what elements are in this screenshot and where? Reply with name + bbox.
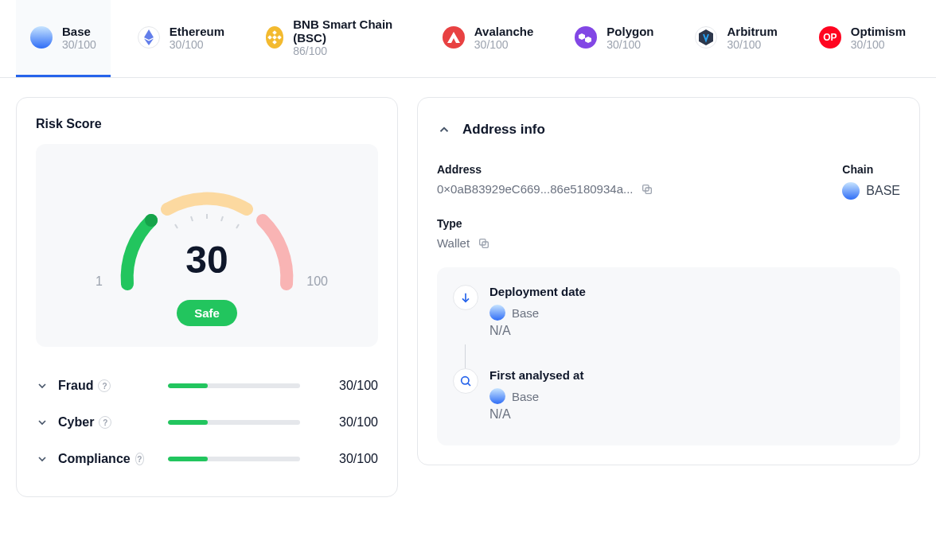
tab-name: Ethereum [170,25,224,38]
tab-score: 30/100 [170,38,224,51]
metric-name: Compliance ? [58,452,144,466]
svg-point-16 [462,377,469,384]
svg-line-8 [221,216,223,221]
type-label: Type [437,217,490,230]
tab-name: BNB Smart Chain (BSC) [293,18,401,45]
address-info-card: Address info Address 0×0aB83929eC669...8… [417,97,920,465]
tab-avalanche[interactable]: Avalanche30/100 [428,0,548,77]
svg-point-10 [145,214,158,227]
svg-line-6 [191,216,193,221]
timeline-card: Deployment dateBaseN/AFirst analysed atB… [437,267,900,445]
tab-score: 30/100 [62,38,96,51]
base-icon [30,26,53,49]
tab-score: 30/100 [727,38,777,51]
svg-line-17 [468,383,470,386]
svg-line-9 [236,224,239,228]
svg-rect-2 [267,35,272,40]
base-chain-icon [489,388,505,404]
gauge-min: 1 [96,274,103,289]
timeline-title: First analysed at [489,368,884,382]
chevron-up-icon [437,122,451,137]
metric-score: 30/100 [324,452,378,466]
tab-score: 30/100 [474,38,533,51]
metric-row-cyber[interactable]: Cyber ?30/100 [36,404,378,441]
chain-value: BASE [866,184,900,198]
arbitrum-icon [695,26,717,49]
gauge-max: 100 [306,274,328,289]
metric-row-fraud[interactable]: Fraud ?30/100 [36,368,378,404]
timeline-chain: Base [489,388,884,404]
address-info-header[interactable]: Address info [437,117,900,149]
timeline-icon [453,285,478,310]
help-icon[interactable]: ? [135,453,144,465]
metrics-list: Fraud ?30/100Cyber ?30/100Compliance ?30… [36,368,378,477]
risk-score-value: 30 [185,238,228,282]
timeline-item: First analysed atBaseN/A [453,368,884,422]
tab-name: Avalanche [474,25,533,38]
tab-arbitrum[interactable]: Arbitrum30/100 [681,0,791,77]
metric-name: Cyber ? [58,415,144,430]
search-icon [459,375,472,387]
metric-bar [168,457,300,461]
avalanche-icon [443,26,465,49]
svg-line-5 [175,224,177,228]
optimism-icon: OP [819,26,841,49]
timeline-connector [465,344,466,368]
chevron-down-icon [36,416,49,429]
address-label: Address [437,163,804,176]
tab-base[interactable]: Base30/100 [16,0,111,77]
base-chain-icon [842,182,860,200]
timeline-title: Deployment date [489,285,884,298]
metric-bar [168,383,300,388]
metric-score: 30/100 [324,415,378,430]
timeline-value: N/A [489,407,884,422]
metric-name: Fraud ? [58,379,144,393]
help-icon[interactable]: ? [98,379,111,392]
tab-polygon[interactable]: Polygon30/100 [560,0,668,77]
bnb-smart-chain-bsc--icon [266,26,283,49]
timeline-item: Deployment dateBaseN/A [453,285,884,338]
metric-score: 30/100 [324,379,378,393]
chevron-down-icon [36,453,49,465]
tab-name: Base [62,25,96,38]
risk-score-card: Risk Score [16,97,398,497]
chain-tabs: Base30/100Ethereum30/100BNB Smart Chain … [0,0,936,78]
address-info-title: Address info [462,122,545,138]
arrow-down-icon [459,291,472,304]
polygon-icon [575,26,597,49]
metric-row-compliance[interactable]: Compliance ?30/100 [36,441,378,477]
metric-bar [168,420,300,425]
tab-ethereum[interactable]: Ethereum30/100 [123,0,239,77]
timeline-icon [453,368,478,394]
type-value: Wallet [437,236,470,250]
tab-optimism[interactable]: OPOptimism30/100 [805,0,920,77]
tab-score: 86/100 [293,45,401,57]
help-icon[interactable]: ? [99,416,111,429]
svg-rect-4 [272,35,277,40]
risk-score-title: Risk Score [36,117,378,131]
base-chain-icon [489,305,505,321]
timeline-chain: Base [489,305,884,321]
svg-rect-3 [277,35,282,40]
tab-name: Optimism [851,25,906,38]
address-value: 0×0aB83929eC669...86e5180934a... [437,182,633,196]
chain-label: Chain [842,163,900,176]
chevron-down-icon [36,379,49,392]
tab-name: Polygon [606,25,653,38]
svg-rect-1 [272,40,277,45]
svg-rect-0 [272,30,277,35]
tab-score: 30/100 [606,38,653,51]
tab-score: 30/100 [851,38,906,51]
gauge-box: 1 100 30 Safe [36,144,378,347]
safe-badge: Safe [177,300,237,326]
timeline-value: N/A [489,324,884,338]
tab-name: Arbitrum [727,25,777,38]
ethereum-icon [138,26,160,49]
tab-bnb-smart-chain-bsc-[interactable]: BNB Smart Chain (BSC)86/100 [252,0,415,77]
copy-icon[interactable] [478,237,490,250]
main-content: Risk Score [0,78,936,516]
copy-icon[interactable] [641,183,653,196]
